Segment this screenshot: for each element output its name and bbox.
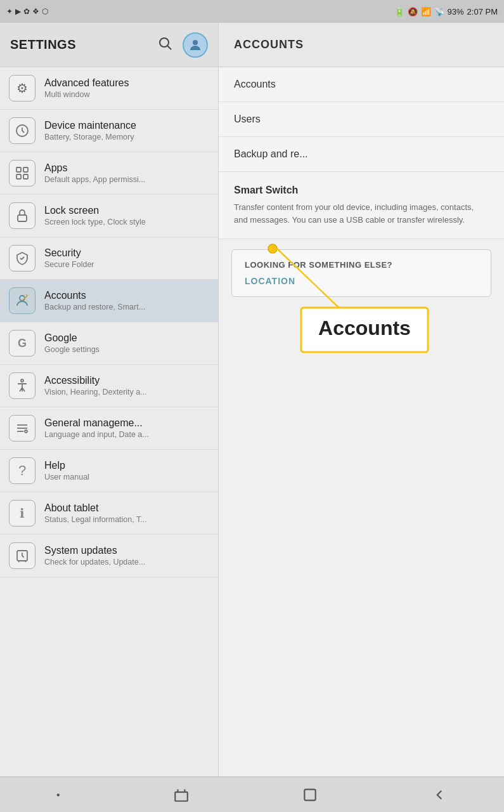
right-menu-backup-label: Backup and re... [234,148,308,159]
looking-for-link[interactable]: LOCATION [245,276,478,286]
smart-switch-section[interactable]: Smart Switch Transfer content from your … [219,172,504,239]
svg-rect-22 [175,792,188,801]
accounts-icon [9,287,36,314]
status-icon-4: ❖ [32,7,39,16]
sidebar-item-subtitle: Status, Legal information, T... [44,515,147,524]
sidebar-item-title: Device maintenance [44,120,136,131]
right-panel-header: ACCOUNTS [219,23,504,67]
svg-rect-25 [305,789,316,800]
sidebar-item-title: Google [44,332,100,344]
avatar[interactable] [183,32,208,58]
sidebar-item-general-management[interactable]: General manageme... Language and input, … [0,407,218,450]
status-icon-2: ▶ [15,7,21,16]
svg-line-9 [20,258,22,259]
sidebar-header-icons [157,32,208,58]
battery-percent: 93% [448,7,464,16]
sidebar-item-title: General manageme... [44,417,149,429]
sidebar-item-title: Advanced features [44,77,129,89]
right-panel-content: Accounts Users Backup and re... Smart Sw… [219,67,504,776]
right-menu-accounts[interactable]: Accounts [219,67,504,102]
security-icon [9,245,36,272]
right-menu-accounts-label: Accounts [234,79,276,89]
svg-point-0 [160,38,169,47]
google-icon: G [9,330,36,357]
sidebar-item-google[interactable]: G Google Google settings [0,322,218,365]
svg-point-11 [20,296,25,301]
sidebar-header: SETTINGS [0,23,218,67]
sidebar-item-system-updates[interactable]: System updates Check for updates, Update… [0,535,218,577]
sidebar-item-subtitle: Check for updates, Update... [44,558,145,566]
sidebar-item-subtitle: Secure Folder [44,260,94,269]
status-bar: ✦ ▶ ✿ ❖ ⬡ 🔋 🔕 📶 📡 93% 2:07 PM [0,0,504,23]
svg-rect-20 [301,308,428,352]
right-menu-backup[interactable]: Backup and re... [219,137,504,172]
sidebar-item-subtitle: Battery, Storage, Memory [44,133,136,141]
sidebar-item-subtitle: Multi window [44,90,129,99]
svg-rect-8 [18,215,27,221]
sidebar-list: ⚙ Advanced features Multi window Device … [0,67,218,776]
sidebar-item-accounts[interactable]: Accounts Backup and restore, Smart... [0,280,218,322]
looking-for-title: LOOKING FOR SOMETHING ELSE? [245,260,478,270]
sidebar-item-device-maintenance[interactable]: Device maintenance Battery, Storage, Mem… [0,110,218,152]
status-bar-right: 🔋 🔕 📶 📡 93% 2:07 PM [394,7,498,16]
svg-rect-7 [23,174,28,179]
nav-recent-button[interactable] [173,787,190,803]
smart-switch-description: Transfer content from your old device, i… [234,201,489,226]
svg-rect-6 [16,174,21,179]
status-icon-1: ✦ [6,7,13,16]
svg-line-10 [22,257,24,259]
main-layout: SETTINGS ⚙ [0,23,504,776]
sidebar-item-subtitle: User manual [44,473,89,481]
battery-icon: 🔋 [394,7,404,16]
sidebar-item-title: System updates [44,545,145,556]
sidebar-item-subtitle: Default apps, App permissi... [44,175,145,184]
sidebar-item-help[interactable]: ? Help User manual [0,450,218,492]
svg-point-16 [25,430,27,433]
wifi-icon: 📶 [421,7,431,16]
sidebar-item-accessibility[interactable]: Accessibility Vision, Hearing, Dexterity… [0,365,218,407]
sidebar-item-apps[interactable]: Apps Default apps, App permissi... [0,152,218,195]
apps-icon [9,160,36,187]
right-panel-title: ACCOUNTS [234,38,304,51]
sidebar-item-title: Accessibility [44,375,147,386]
lock-screen-icon [9,202,36,229]
right-menu-users[interactable]: Users [219,102,504,137]
right-panel: ACCOUNTS Accounts Users Backup and re...… [219,23,504,776]
status-bar-left-icons: ✦ ▶ ✿ ❖ ⬡ [6,7,48,16]
sidebar-item-lock-screen[interactable]: Lock screen Screen lock type, Clock styl… [0,195,218,237]
sidebar-item-subtitle: Backup and restore, Smart... [44,303,145,311]
svg-point-12 [21,379,23,382]
sidebar-item-title: Security [44,247,94,259]
sidebar-title: SETTINGS [10,37,76,52]
nav-home-button[interactable] [302,787,318,803]
smart-switch-title: Smart Switch [234,185,489,196]
sidebar-item-subtitle: Vision, Hearing, Dexterity a... [44,388,147,396]
looking-for-box: LOOKING FOR SOMETHING ELSE? LOCATION [231,249,491,297]
sidebar-item-title: Help [44,460,89,471]
sidebar-item-title: About tablet [44,502,147,514]
sidebar-item-about-tablet[interactable]: ℹ About tablet Status, Legal information… [0,492,218,535]
sidebar-item-subtitle: Google settings [44,345,100,354]
sidebar-item-title: Accounts [44,290,145,301]
nav-bar: ● [0,776,504,812]
svg-line-1 [168,46,172,49]
status-icon-5: ⬡ [42,7,48,16]
svg-text:Accounts: Accounts [318,317,411,339]
dot-icon: ● [56,791,60,798]
svg-rect-4 [16,167,21,172]
time: 2:07 PM [467,7,498,16]
mute-icon: 🔕 [408,7,418,16]
about-tablet-icon: ℹ [9,500,36,527]
nav-dot: ● [56,791,60,798]
advanced-features-icon: ⚙ [9,75,36,102]
sidebar-item-advanced-features[interactable]: ⚙ Advanced features Multi window [0,67,218,110]
nav-back-button[interactable] [431,787,448,803]
accessibility-icon [9,372,36,399]
signal-icon: 📡 [434,7,444,16]
sidebar: SETTINGS ⚙ [0,23,219,776]
search-icon[interactable] [157,36,172,55]
svg-point-2 [193,40,198,45]
sidebar-item-security[interactable]: Security Secure Folder [0,237,218,280]
svg-rect-5 [23,167,28,172]
sidebar-item-title: Apps [44,162,145,174]
